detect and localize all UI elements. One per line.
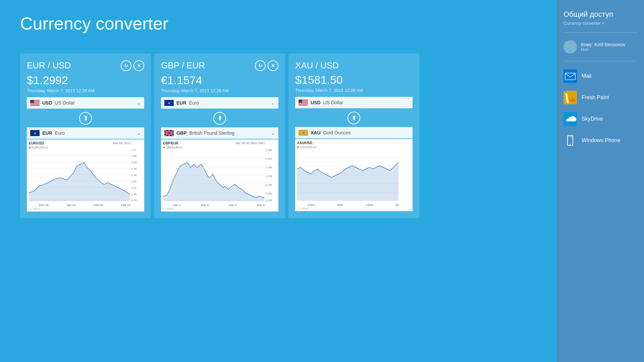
x-label-4: Feb 22 [121, 203, 130, 207]
skydrive-app-name: SkyDrive [582, 116, 603, 122]
from-code-3: USD [311, 100, 321, 105]
swap-button-3[interactable]: ⬆ [347, 112, 360, 124]
refresh-button[interactable]: ↻ [121, 60, 131, 71]
card-header-2: GBP / EUR ↻ ✕ [161, 60, 278, 71]
contact-name: Кому: Kirill Bessonov [581, 42, 625, 47]
svg-text:1.158: 1.158 [265, 175, 272, 178]
svg-rect-76 [564, 91, 577, 104]
chart-sub-2: ■ GBPEUR=X [163, 146, 276, 149]
swap-button-2[interactable]: ⬆ [213, 112, 226, 125]
skydrive-app-icon [564, 112, 577, 126]
svg-marker-71 [297, 162, 398, 201]
svg-text:★: ★ [34, 131, 37, 135]
to-currency-row-3[interactable]: ✦ XAU Gold Ounces [295, 127, 413, 138]
fresh-paint-app-name: Fresh Paint [582, 95, 609, 101]
card-header: EUR / USD ↻ ✕ [27, 60, 144, 71]
chart-copyright: © Yahoo! [30, 207, 41, 210]
x-label-2-3: Mar 5 [229, 203, 237, 207]
chart-svg-3 [297, 149, 411, 201]
chart-copyright-3: © Yahoo! [298, 207, 309, 210]
to-currency-row[interactable]: ★ EUR Euro ⌄ [27, 127, 144, 139]
svg-rect-59 [299, 103, 308, 103]
to-currency-inner-2: GBP British Pound Sterling [164, 130, 271, 136]
chart-svg: 1.37 1.36 1.35 1.34 1.33 1.32 1.31 1.30 … [29, 149, 142, 201]
chart-copyright-2: © Yahoo! [164, 207, 175, 210]
from-code: USD [42, 100, 52, 106]
x-label-3-3: 12pm [366, 203, 373, 206]
contact-avatar [564, 40, 577, 54]
x-label-2: Jan 15 [66, 203, 75, 207]
sidebar-app-fresh-paint[interactable]: Fresh Paint [564, 87, 637, 108]
from-currency-row-3[interactable]: USD US Dollar [295, 97, 413, 108]
svg-text:1.162: 1.162 [265, 157, 272, 160]
sidebar-app-mail[interactable]: Mail [564, 65, 637, 87]
pair-title-3: XAU / USD [295, 60, 339, 71]
card-gbp-eur: GBP / EUR ↻ ✕ €1.1574 Thursday, March 7,… [154, 54, 285, 218]
sidebar-subtitle: Currency converter + [564, 21, 637, 26]
page-title: Currency converter [20, 13, 537, 34]
chart-sub: ■ EURUSD=X [29, 146, 142, 149]
svg-text:1.29: 1.29 [131, 199, 137, 201]
svg-rect-7 [30, 100, 34, 103]
flag-gb [164, 130, 174, 136]
fresh-paint-app-icon [564, 91, 577, 104]
svg-rect-62 [299, 100, 302, 103]
flag-eu: ★ [30, 130, 40, 136]
chart-svg-2: 1.164 1.162 1.160 1.158 1.156 1.154 1.15… [163, 149, 276, 201]
to-currency-row-2[interactable]: GBP British Pound Sterling ⌄ [161, 127, 278, 139]
chart-svg-container: 1.37 1.36 1.35 1.34 1.33 1.32 1.31 1.30 … [29, 149, 142, 203]
rate-value-3: $1581.50 [295, 73, 413, 86]
chart-x-labels-3: 12am 6am 12pm 6p [297, 202, 411, 206]
sidebar-app-skydrive[interactable]: SkyDrive [564, 108, 637, 130]
sidebar-divider-2 [564, 61, 637, 61]
swap-button[interactable]: ⬆ [79, 112, 92, 125]
contact-info: Кому: Kirill Bessonov Mail [581, 42, 625, 52]
chevron-icon: ⌄ [137, 100, 141, 106]
chart-date: Mar 04, 2013 [113, 141, 131, 145]
close-button[interactable]: ✕ [133, 60, 144, 71]
svg-point-78 [570, 99, 576, 102]
svg-point-72 [568, 43, 573, 48]
chart-date-2: Mar 06 08:26pm GMT [235, 141, 265, 145]
contact-app: Mail [581, 47, 625, 52]
svg-text:1.33: 1.33 [131, 174, 137, 177]
svg-rect-74 [564, 69, 577, 83]
svg-text:1.35: 1.35 [131, 161, 137, 164]
svg-marker-47 [163, 163, 264, 201]
from-name-3: US Dollar [323, 100, 343, 105]
svg-text:1.154: 1.154 [265, 192, 272, 195]
svg-rect-61 [299, 105, 308, 105]
to-name-3: Gold Ounces [323, 130, 351, 135]
windows-phone-app-icon [564, 134, 577, 147]
chevron-icon-4: ⌄ [271, 130, 275, 136]
rate-date-2: Thursday, March 7, 2013 12:26 AM [161, 88, 278, 93]
x-label-2-2: Mar 4 [201, 203, 209, 207]
svg-text:1.37: 1.37 [131, 149, 137, 151]
x-label-3-1: 12am [307, 203, 315, 206]
close-button-2[interactable]: ✕ [268, 60, 278, 71]
card-eur-usd: EUR / USD ↻ ✕ $1.2992 Thursday, March 7,… [20, 54, 151, 218]
swap-container: ⬆ [27, 109, 144, 127]
chevron-icon-2: ⌄ [137, 130, 141, 136]
to-currency-inner: ★ EUR Euro [30, 130, 137, 136]
refresh-button-2[interactable]: ↻ [255, 60, 266, 71]
svg-text:1.31: 1.31 [131, 186, 137, 189]
chart-x-labels: Dec 26 Jan 15 Feb 04 Feb 22 [29, 203, 142, 207]
x-label-3: Feb 04 [94, 203, 103, 207]
card-xau-usd: XAU / USD $1581.50 Thursday, March 7, 20… [288, 54, 419, 218]
rate-value: $1.2992 [27, 74, 144, 87]
from-name-2: Euro [189, 100, 199, 106]
svg-text:✦: ✦ [302, 131, 305, 135]
chart-title-3: XAU/USD [297, 141, 411, 145]
to-code: EUR [42, 130, 52, 136]
from-currency-row-2[interactable]: ★ EUR Euro ⌄ [161, 97, 278, 109]
chart-area-2: GBP/EUR ■ GBPEUR=X Mar 06 08:26pm GMT [161, 139, 278, 212]
svg-text:1.32: 1.32 [131, 180, 137, 183]
from-currency-inner-3: USD US Dollar [299, 100, 409, 106]
from-currency-row[interactable]: USD US Dollar ⌄ [27, 97, 144, 109]
sidebar-contact[interactable]: Кому: Kirill Bessonov Mail [564, 37, 637, 57]
svg-text:1.156: 1.156 [265, 183, 272, 186]
sidebar-app-windows-phone[interactable]: Windows Phone [564, 130, 637, 151]
svg-text:1.160: 1.160 [265, 166, 272, 169]
chart-sub-3: ■ XAUUSD=X [297, 145, 411, 149]
